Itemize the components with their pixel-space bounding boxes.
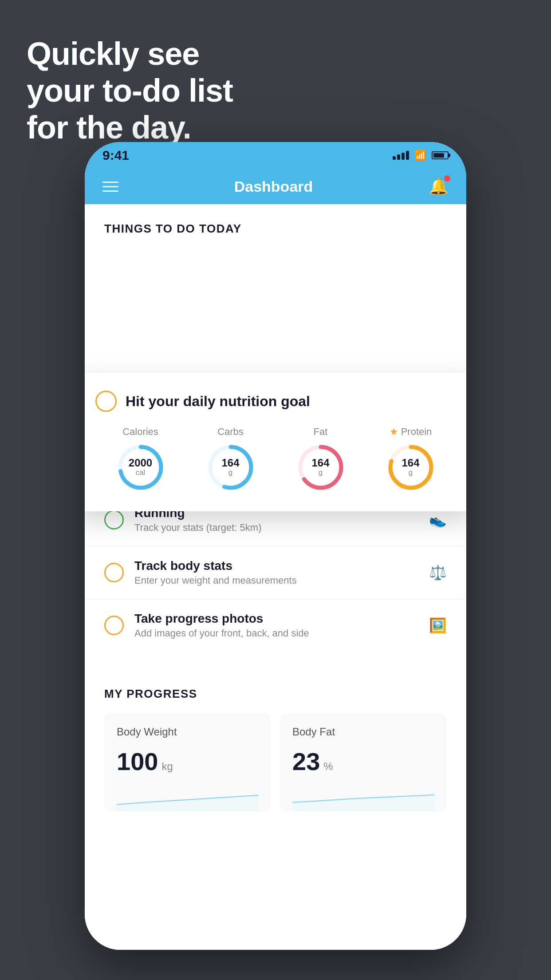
phone-frame: 9:41 📶 Dashboard xyxy=(85,142,466,950)
carbs-unit: g xyxy=(221,468,239,477)
status-time: 9:41 xyxy=(102,148,129,163)
body-fat-value: 23 xyxy=(292,747,320,776)
fat-unit: g xyxy=(311,468,329,477)
progress-photos-icon: 🖼️ xyxy=(429,617,447,634)
todo-progress-photos[interactable]: Take progress photos Add images of your … xyxy=(85,599,466,652)
progress-header: MY PROGRESS xyxy=(104,687,447,701)
todo-list: Running Track your stats (target: 5km) 👟… xyxy=(85,493,466,652)
carbs-label: Carbs xyxy=(217,426,244,438)
nav-title: Dashboard xyxy=(234,178,313,195)
body-weight-value-row: 100 kg xyxy=(117,747,259,776)
progress-photos-subtitle: Add images of your front, back, and side xyxy=(134,628,429,639)
body-fat-card-title: Body Fat xyxy=(292,726,434,738)
body-weight-card-title: Body Weight xyxy=(117,726,259,738)
calories-value: 2000 xyxy=(129,458,152,468)
body-fat-unit: % xyxy=(323,760,333,773)
wifi-icon: 📶 xyxy=(414,150,426,161)
content-area: THINGS TO DO TODAY Hit your daily nutrit… xyxy=(85,204,466,950)
body-weight-card[interactable]: Body Weight 100 kg xyxy=(104,713,271,811)
body-fat-chart xyxy=(292,785,434,811)
signal-icon xyxy=(393,151,409,160)
body-stats-text: Track body stats Enter your weight and m… xyxy=(134,559,429,586)
things-to-do-header: THINGS TO DO TODAY xyxy=(85,204,466,245)
hero-text: Quickly see your to-do list for the day. xyxy=(27,36,233,146)
calories-item: Calories 2000 cal xyxy=(116,426,165,492)
carbs-value: 164 xyxy=(221,458,239,468)
carbs-donut: 164 g xyxy=(206,443,255,492)
nutrition-card-title: Hit your daily nutrition goal xyxy=(126,393,310,410)
body-fat-value-row: 23 % xyxy=(292,747,434,776)
protein-unit: g xyxy=(401,468,419,477)
nutrition-card[interactable]: Hit your daily nutrition goal Calories xyxy=(85,373,466,511)
notification-bell-button[interactable]: 🔔 xyxy=(429,177,449,196)
body-stats-title: Track body stats xyxy=(134,559,429,573)
protein-item: ★ Protein 164 g xyxy=(386,426,435,492)
nutrition-check-circle xyxy=(95,391,117,412)
phone-wrapper: 9:41 📶 Dashboard xyxy=(85,142,466,950)
progress-section: MY PROGRESS Body Weight 100 kg xyxy=(85,669,466,811)
nutrition-circles-row: Calories 2000 cal xyxy=(95,426,456,492)
progress-photos-text: Take progress photos Add images of your … xyxy=(134,612,429,639)
battery-icon xyxy=(432,151,449,159)
protein-star-icon: ★ xyxy=(390,426,398,438)
calories-donut: 2000 cal xyxy=(116,443,165,492)
status-bar: 9:41 📶 xyxy=(85,142,466,169)
fat-label: Fat xyxy=(314,426,328,438)
notification-dot xyxy=(444,175,450,182)
carbs-item: Carbs 164 g xyxy=(206,426,255,492)
running-icon: 👟 xyxy=(429,511,447,528)
body-stats-subtitle: Enter your weight and measurements xyxy=(134,575,429,586)
nav-bar: Dashboard 🔔 xyxy=(85,169,466,204)
protein-donut: 164 g xyxy=(386,443,435,492)
fat-donut: 164 g xyxy=(296,443,345,492)
body-weight-value: 100 xyxy=(117,747,158,776)
body-stats-circle xyxy=(104,563,124,582)
status-icons: 📶 xyxy=(393,150,449,161)
protein-label: ★ Protein xyxy=(390,426,432,438)
progress-photos-circle xyxy=(104,616,124,635)
calories-label: Calories xyxy=(122,426,158,438)
body-weight-chart xyxy=(117,785,259,811)
fat-item: Fat 164 g xyxy=(296,426,345,492)
hamburger-menu-button[interactable] xyxy=(102,182,118,192)
body-weight-unit: kg xyxy=(161,760,173,773)
running-subtitle: Track your stats (target: 5km) xyxy=(134,522,429,533)
protein-value: 164 xyxy=(401,458,419,468)
todo-body-stats[interactable]: Track body stats Enter your weight and m… xyxy=(85,546,466,599)
running-circle xyxy=(104,510,124,530)
fat-value: 164 xyxy=(311,458,329,468)
body-stats-icon: ⚖️ xyxy=(429,564,447,581)
body-fat-card[interactable]: Body Fat 23 % xyxy=(280,713,447,811)
progress-cards-row: Body Weight 100 kg Bo xyxy=(104,713,447,811)
calories-unit: cal xyxy=(129,468,152,477)
progress-photos-title: Take progress photos xyxy=(134,612,429,626)
